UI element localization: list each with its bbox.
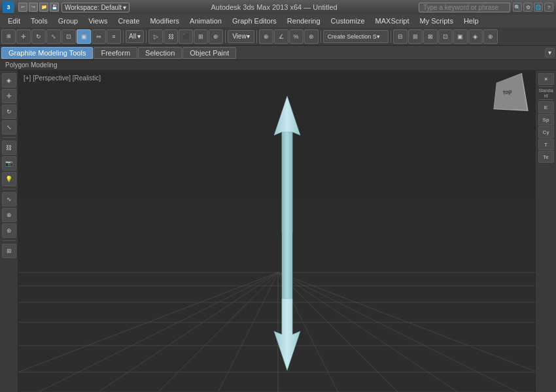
- lt-scale[interactable]: ⤡: [2, 120, 16, 135]
- vrc-te[interactable]: Te: [538, 151, 554, 163]
- filter-arrow: ▾: [137, 33, 141, 40]
- mirror-button[interactable]: ⇔: [92, 29, 106, 44]
- lt-modify[interactable]: ⊞: [2, 244, 16, 258]
- lt-spline[interactable]: ∿: [2, 192, 16, 206]
- separator-3: [225, 30, 226, 43]
- menu-tools[interactable]: Tools: [26, 16, 53, 26]
- scale-button[interactable]: ⤡: [46, 29, 61, 44]
- named-sel-6[interactable]: ◈: [468, 29, 483, 44]
- lt-link[interactable]: ⛓: [2, 140, 16, 155]
- vrc-t[interactable]: T: [538, 139, 554, 150]
- named-sel-1[interactable]: ⊟: [393, 29, 408, 44]
- tab-graphite[interactable]: Graphite Modeling Tools: [1, 47, 93, 59]
- menu-rendering[interactable]: Rendering: [282, 16, 326, 26]
- sub-toolbar: Polygon Modeling: [0, 60, 556, 71]
- settings-icon[interactable]: ⚙: [523, 3, 532, 12]
- viewport-label: [+] [Perspective] [Realistic]: [24, 74, 101, 82]
- menu-group[interactable]: Group: [53, 16, 84, 26]
- svg-marker-21: [274, 299, 300, 370]
- select-tool[interactable]: ▷: [148, 29, 163, 44]
- menu-animation[interactable]: Animation: [184, 16, 227, 26]
- viewport[interactable]: [+] [Perspective] [Realistic]: [18, 71, 556, 392]
- named-sel-2[interactable]: ⊞: [408, 29, 423, 44]
- viewport-right-controls: ☀ Standard E Sp Cy T Te: [535, 71, 556, 392]
- align-button[interactable]: ≡: [107, 29, 121, 44]
- vrc-e[interactable]: E: [538, 101, 554, 113]
- redo-button[interactable]: ↪: [29, 3, 38, 12]
- named-sel-5[interactable]: ▣: [453, 29, 468, 44]
- open-button[interactable]: 📁: [39, 3, 48, 12]
- tab-freeform[interactable]: Freeform: [94, 47, 137, 59]
- vrc-cy[interactable]: Cy: [538, 126, 554, 138]
- separator-5: [321, 30, 321, 43]
- lt-sep-1: [3, 137, 16, 138]
- vrc-sep-2: [540, 99, 553, 100]
- menu-graph-editors[interactable]: Graph Editors: [227, 16, 282, 26]
- tab-selection[interactable]: Selection: [138, 47, 182, 59]
- lt-move[interactable]: ✛: [2, 89, 16, 103]
- create-selection-label: Create Selection S▾: [328, 33, 380, 40]
- menu-help[interactable]: Help: [459, 16, 484, 26]
- hierarchy-tool[interactable]: ⊞: [194, 29, 208, 44]
- select-by-region[interactable]: ▣: [77, 29, 91, 44]
- lt-helpers[interactable]: ⊕: [2, 208, 16, 222]
- main-area: ◈ ✛ ↻ ⤡ ⛓ 📷 💡 ∿ ⊕ ⊛ ⊞ [+] [Perspective] …: [0, 71, 556, 392]
- select-button[interactable]: ⊞: [1, 29, 16, 44]
- window-controls: ↩ ↪ 📁 💾: [18, 3, 59, 12]
- lt-camera[interactable]: 📷: [2, 156, 16, 171]
- ribbon-options[interactable]: ▾: [545, 48, 555, 57]
- lt-rotate[interactable]: ↻: [2, 105, 16, 119]
- app-logo: 3: [3, 1, 14, 13]
- workspace-label: Workspace: Default: [65, 4, 122, 11]
- save-button[interactable]: 💾: [50, 3, 59, 12]
- separator-4: [256, 30, 257, 43]
- spinner-snap[interactable]: ⊛: [304, 29, 319, 44]
- named-sel-7[interactable]: ⊕: [483, 29, 498, 44]
- separator-6: [391, 30, 391, 43]
- vrc-sep-1: [540, 86, 553, 87]
- named-sel-3[interactable]: ⊠: [423, 29, 438, 44]
- move-button[interactable]: ✛: [16, 29, 31, 44]
- menu-myscripts[interactable]: My Scripts: [415, 16, 459, 26]
- help-icon[interactable]: ?: [544, 3, 553, 12]
- link-tool[interactable]: ⛓: [164, 29, 178, 44]
- bind-tool[interactable]: ⬛: [179, 29, 193, 44]
- rotate-button[interactable]: ↻: [31, 29, 46, 44]
- separator-1: [123, 30, 124, 43]
- snap-tool[interactable]: ⊕: [259, 29, 273, 44]
- menu-bar: Edit Tools Group Views Create Modifiers …: [0, 14, 556, 27]
- search-input[interactable]: Type a keyword or phrase: [419, 3, 510, 12]
- search-icon[interactable]: 🔍: [513, 3, 522, 12]
- workspace-selector[interactable]: Workspace: Default ▾: [61, 3, 130, 12]
- lt-select[interactable]: ◈: [2, 73, 16, 88]
- tab-object-paint[interactable]: Object Paint: [182, 47, 236, 59]
- filter-dropdown[interactable]: All ▾: [126, 30, 144, 43]
- vrc-standard-label: Standard: [538, 88, 553, 98]
- undo-button[interactable]: ↩: [18, 3, 27, 12]
- zoom-region-tool[interactable]: ⊕: [209, 29, 223, 44]
- lt-light[interactable]: 💡: [2, 172, 16, 186]
- vrc-sp[interactable]: Sp: [538, 114, 554, 125]
- menu-modifiers[interactable]: Modifiers: [145, 16, 184, 26]
- vrc-orbit[interactable]: ☀: [538, 73, 554, 85]
- angle-snap[interactable]: ∠: [274, 29, 288, 44]
- network-icon[interactable]: 🌐: [534, 3, 543, 12]
- app-title: Autodesk 3ds Max 2013 x64 — Untitled: [132, 3, 416, 11]
- create-selection-btn[interactable]: Create Selection S▾: [323, 30, 389, 43]
- 3d-arrow-object[interactable]: [268, 96, 307, 370]
- view-dropdown[interactable]: View ▾: [228, 30, 254, 43]
- menu-maxscript[interactable]: MAXScript: [370, 16, 415, 26]
- workspace-chevron: ▾: [123, 4, 126, 11]
- menu-create[interactable]: Create: [113, 16, 145, 26]
- viewcube[interactable]: Top: [491, 76, 523, 108]
- menu-customize[interactable]: Customize: [326, 16, 370, 26]
- left-toolbar: ◈ ✛ ↻ ⤡ ⛓ 📷 💡 ∿ ⊕ ⊛ ⊞: [0, 71, 18, 392]
- select-region[interactable]: ⊡: [61, 29, 76, 44]
- named-sel-4[interactable]: ⊡: [438, 29, 453, 44]
- lt-sep-2: [3, 189, 16, 189]
- menu-views[interactable]: Views: [83, 16, 113, 26]
- lt-space-warp[interactable]: ⊛: [2, 223, 16, 238]
- menu-edit[interactable]: Edit: [3, 16, 26, 26]
- viewcube-face[interactable]: Top: [493, 73, 528, 111]
- percent-snap[interactable]: %: [289, 29, 304, 44]
